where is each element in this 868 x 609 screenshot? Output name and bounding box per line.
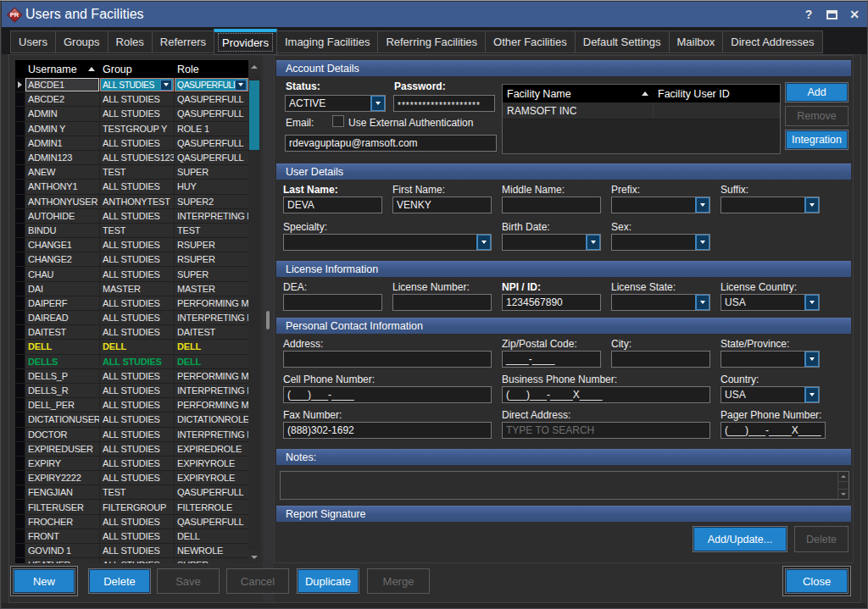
tab-referrers[interactable]: Referrers bbox=[152, 30, 214, 53]
table-row[interactable]: DELLSALL STUDIESDELL bbox=[15, 355, 248, 369]
scroll-up-button[interactable] bbox=[248, 60, 260, 73]
tab-other-facilities[interactable]: Other Facilities bbox=[485, 30, 576, 53]
email-field[interactable]: rdevaguptapu@ramsoft.com bbox=[285, 135, 497, 152]
column-header-group[interactable]: Group bbox=[100, 64, 175, 75]
facility-row[interactable]: RAMSOFT INC bbox=[503, 102, 780, 119]
save-button[interactable]: Save bbox=[157, 568, 220, 594]
table-row[interactable]: DELLDELLDELL bbox=[15, 340, 248, 354]
close-window-button[interactable]: ✕ bbox=[847, 6, 862, 23]
license-number-field[interactable] bbox=[392, 294, 492, 311]
status-dropdown-button[interactable] bbox=[370, 96, 385, 111]
table-row[interactable]: DAIMASTERMASTER bbox=[15, 282, 248, 296]
external-auth-checkbox[interactable] bbox=[332, 115, 344, 127]
table-row[interactable]: CHANGE1ALL STUDIESRSUPER bbox=[15, 238, 248, 252]
tab-groups[interactable]: Groups bbox=[55, 30, 108, 53]
table-row[interactable]: FILTERUSERFILTERGROUPFILTERROLE bbox=[15, 500, 248, 514]
scroll-down-button[interactable] bbox=[248, 551, 260, 563]
tab-mailbox[interactable]: Mailbox bbox=[669, 30, 724, 53]
table-row[interactable]: ADMINALL STUDIESQASUPERFULL bbox=[15, 107, 248, 121]
table-row[interactable]: DELL_PERALL STUDIESPERFORMING MD bbox=[15, 398, 248, 412]
state-select[interactable] bbox=[721, 351, 820, 368]
users-table-scrollbar[interactable] bbox=[248, 60, 260, 563]
scrollbar-thumb[interactable] bbox=[249, 80, 259, 150]
table-row[interactable]: DICTATIONUSERALL STUDIESDICTATIONROLE bbox=[15, 412, 248, 427]
table-row[interactable]: EXPIREDUSERALL STUDIESEXPIREDROLE bbox=[15, 442, 248, 457]
table-row[interactable]: DOCTORALL STUDIESINTERPRETING MD bbox=[15, 428, 248, 442]
integration-button[interactable]: Integration bbox=[785, 130, 849, 150]
country-select[interactable]: USA bbox=[721, 386, 820, 403]
new-button[interactable]: New bbox=[13, 568, 75, 594]
tab-roles[interactable]: Roles bbox=[108, 30, 153, 53]
table-row[interactable]: ANTHONY1ALL STUDIESHUY bbox=[15, 180, 248, 194]
tab-imaging-facilities[interactable]: Imaging Facilities bbox=[276, 30, 378, 53]
table-row[interactable]: ADMIN123ALL STUDIES123QASUPERFULL bbox=[15, 151, 248, 165]
notes-scrollbar[interactable] bbox=[837, 472, 849, 499]
table-row[interactable]: ABCDE2ALL STUDIESQASUPERFULL bbox=[15, 92, 248, 107]
tab-default-settings[interactable]: Default Settings bbox=[575, 30, 670, 53]
table-row[interactable]: DAIREADALL STUDIESINTERPRETING MD bbox=[15, 311, 248, 325]
license-country-dropdown-button[interactable] bbox=[804, 295, 819, 310]
notes-scroll-down-button[interactable] bbox=[838, 489, 849, 499]
delete-button[interactable]: Delete bbox=[88, 568, 151, 594]
help-button[interactable]: ? bbox=[801, 6, 816, 23]
notes-textarea[interactable] bbox=[280, 471, 849, 500]
birth-date-select[interactable] bbox=[502, 234, 601, 251]
table-row[interactable]: DELLS_PALL STUDIESPERFORMING MD bbox=[15, 369, 248, 384]
table-row[interactable]: BINDUTESTTEST bbox=[15, 224, 248, 238]
sex-select[interactable] bbox=[611, 234, 710, 251]
add-facility-button[interactable]: Add bbox=[785, 82, 849, 102]
tab-providers[interactable]: Providers bbox=[214, 29, 277, 55]
signature-delete-button[interactable]: Delete bbox=[794, 526, 849, 552]
table-row[interactable]: ADMIN1ALL STUDIESQASUPERFULL bbox=[15, 136, 248, 151]
license-state-select[interactable] bbox=[611, 294, 710, 311]
table-row[interactable]: ANEWTESTSUPER bbox=[15, 165, 248, 180]
middle-name-field[interactable] bbox=[502, 197, 601, 213]
pager-phone-field[interactable]: (___)___-____X____ bbox=[721, 422, 826, 439]
business-phone-field[interactable]: (___)___-____X____ bbox=[502, 386, 710, 403]
group-dropdown-button[interactable] bbox=[160, 80, 172, 91]
table-row[interactable]: GOVIND 1ALL STUDIESNEWROLE bbox=[15, 544, 248, 558]
address-field[interactable] bbox=[283, 351, 492, 368]
cell-phone-field[interactable]: (___)___-____ bbox=[283, 386, 492, 403]
table-row[interactable]: ABCDE1ALL STUDIESQASUPERFULL bbox=[15, 78, 248, 92]
fax-field[interactable]: (888)302-1692 bbox=[283, 422, 492, 439]
dea-field[interactable] bbox=[283, 294, 382, 311]
column-header-role[interactable]: Role bbox=[175, 64, 248, 75]
npi-field[interactable]: 1234567890 bbox=[502, 294, 601, 311]
merge-button[interactable]: Merge bbox=[367, 568, 430, 594]
prefix-dropdown-button[interactable] bbox=[695, 197, 709, 213]
password-field[interactable]: ******************** bbox=[393, 95, 495, 112]
group-inline-select[interactable]: ALL STUDIES bbox=[100, 78, 174, 91]
duplicate-button[interactable]: Duplicate bbox=[297, 568, 359, 594]
column-header-facility-user-id[interactable]: Facility User ID bbox=[654, 88, 780, 100]
state-dropdown-button[interactable] bbox=[804, 352, 819, 367]
tab-referring-facilities[interactable]: Referring Facilities bbox=[377, 30, 486, 53]
table-row[interactable]: FRONTALL STUDIESDELL bbox=[15, 529, 248, 544]
birth-date-dropdown-button[interactable] bbox=[586, 235, 600, 250]
table-row[interactable]: DAITESTALL STUDIESDAITEST bbox=[15, 325, 248, 340]
close-button[interactable]: Close bbox=[785, 568, 849, 594]
country-dropdown-button[interactable] bbox=[804, 387, 819, 402]
table-row[interactable]: DELLS_RALL STUDIESINTERPRETING MD bbox=[15, 384, 248, 398]
panel-splitter[interactable] bbox=[263, 54, 274, 603]
table-row[interactable]: ANTHONYUSERANTHONYTESTSUPER2 bbox=[15, 195, 248, 209]
license-country-select[interactable]: USA bbox=[721, 294, 820, 311]
maximize-button[interactable] bbox=[824, 6, 839, 23]
suffix-select[interactable] bbox=[721, 197, 820, 213]
first-name-field[interactable]: VENKY bbox=[392, 197, 492, 213]
specialty-select[interactable] bbox=[283, 234, 492, 251]
table-row[interactable]: FROCHERALL STUDIESQASUPERFULL bbox=[15, 515, 248, 529]
table-row[interactable]: EXPIRYALL STUDIESEXPIRYROLE bbox=[15, 457, 248, 471]
sex-dropdown-button[interactable] bbox=[695, 235, 709, 250]
table-row[interactable]: EXPIRY2222ALL STUDIESEXPIRYROLE bbox=[15, 471, 248, 485]
last-name-field[interactable]: DEVA bbox=[283, 197, 382, 213]
zip-field[interactable]: ____-____ bbox=[502, 351, 601, 368]
specialty-dropdown-button[interactable] bbox=[476, 235, 491, 250]
column-header-username[interactable]: Username bbox=[25, 64, 100, 75]
table-row[interactable]: HEATHERALL STUDIESSUPER bbox=[15, 558, 248, 563]
notes-scroll-up-button[interactable] bbox=[838, 472, 849, 482]
direct-address-field[interactable]: TYPE TO SEARCH bbox=[502, 422, 710, 439]
city-field[interactable] bbox=[611, 351, 710, 368]
signature-add-update-button[interactable]: Add/Update... bbox=[693, 526, 787, 552]
table-row[interactable]: CHAUALL STUDIESSUPER bbox=[15, 267, 248, 281]
